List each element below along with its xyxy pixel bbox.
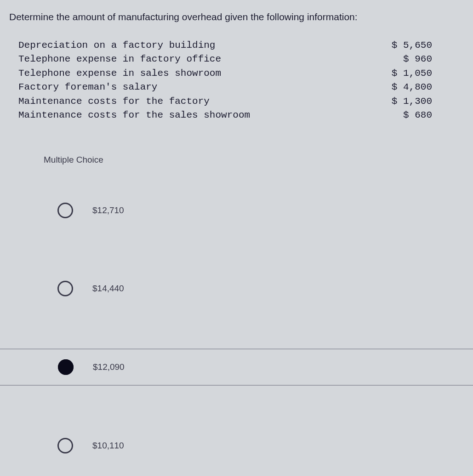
row-amount: $ 1,050: [377, 67, 432, 80]
row-desc: Telephone expense in factory office: [18, 52, 221, 66]
table-row: Maintenance costs for the factory $ 1,30…: [18, 95, 432, 108]
choice-option[interactable]: $14,440: [44, 271, 464, 306]
choice-option-selected[interactable]: $12,090: [0, 349, 473, 385]
data-table: Depreciation on a factory building $ 5,6…: [18, 39, 464, 123]
table-row: Depreciation on a factory building $ 5,6…: [18, 39, 432, 52]
choice-option[interactable]: $10,110: [44, 428, 464, 464]
row-desc: Depreciation on a factory building: [18, 39, 215, 52]
multiple-choice-label: Multiple Choice: [44, 155, 464, 165]
row-desc: Maintenance costs for the factory: [18, 95, 210, 108]
radio-icon[interactable]: [57, 203, 73, 218]
choice-label: $14,440: [92, 283, 124, 294]
row-amount: $ 5,650: [377, 39, 432, 52]
radio-icon[interactable]: [57, 281, 73, 296]
row-amount: $ 960: [377, 52, 432, 66]
row-amount: $ 1,300: [377, 95, 432, 108]
row-desc: Maintenance costs for the sales showroom: [18, 108, 250, 122]
row-amount: $ 4,800: [377, 80, 432, 94]
choice-label: $10,110: [92, 441, 124, 451]
choice-option[interactable]: $12,710: [44, 193, 464, 228]
row-desc: Factory foreman's salary: [18, 80, 157, 94]
radio-icon[interactable]: [57, 438, 73, 453]
choice-label: $12,710: [92, 205, 124, 215]
radio-icon-selected[interactable]: [58, 359, 74, 375]
choice-label: $12,090: [93, 362, 125, 372]
table-row: Telephone expense in sales showroom $ 1,…: [18, 67, 432, 80]
table-row: Telephone expense in factory office $ 96…: [18, 52, 432, 66]
question-title: Determine the amount of manufacturing ov…: [9, 11, 464, 23]
row-desc: Telephone expense in sales showroom: [18, 67, 221, 80]
table-row: Factory foreman's salary $ 4,800: [18, 80, 432, 94]
table-row: Maintenance costs for the sales showroom…: [18, 108, 432, 122]
row-amount: $ 680: [377, 108, 432, 122]
